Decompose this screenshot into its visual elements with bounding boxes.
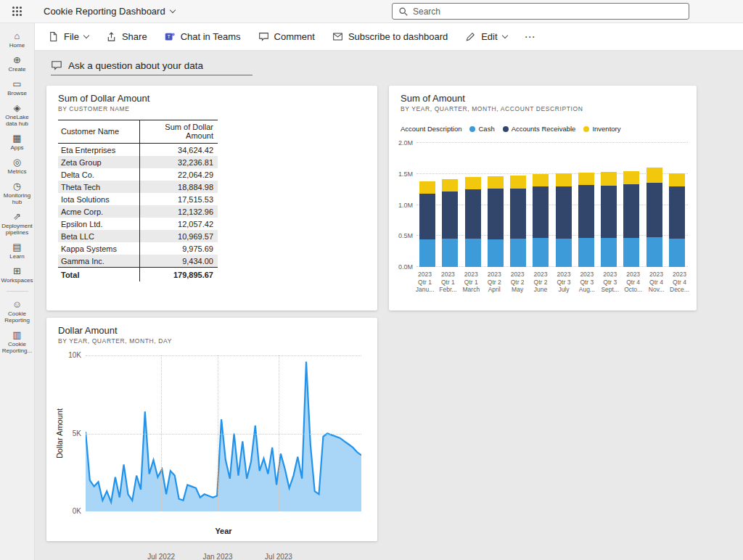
table-row[interactable]: Theta Tech18,884.98 bbox=[58, 181, 218, 193]
legend-item-cash[interactable]: Cash bbox=[469, 125, 494, 133]
bar-May[interactable] bbox=[510, 176, 526, 267]
bar-segment-cash[interactable] bbox=[578, 238, 594, 267]
bar-Dece...[interactable] bbox=[669, 173, 685, 267]
bar-segment-inventory[interactable] bbox=[669, 173, 685, 186]
sidebar-item-report-cookie[interactable]: ▥Cookie Reporting... bbox=[1, 329, 34, 354]
sidebar-item-home[interactable]: ⌂Home bbox=[1, 30, 34, 49]
bar-segment-accounts-receivable[interactable] bbox=[623, 184, 639, 238]
chat-in-teams-button[interactable]: T Chat in Teams bbox=[165, 31, 241, 42]
table-row[interactable]: Epsilon Ltd.12,057.42 bbox=[58, 218, 218, 230]
edit-menu-button[interactable]: Edit bbox=[465, 31, 506, 42]
sidebar-item-label: Create bbox=[1, 66, 33, 73]
column-header-customer[interactable]: Customer Name bbox=[58, 120, 139, 144]
bar-segment-accounts-receivable[interactable] bbox=[646, 183, 662, 237]
bar-June[interactable] bbox=[533, 174, 549, 267]
bar-Aug...[interactable] bbox=[578, 173, 594, 267]
sidebar-item-metrics[interactable]: ◎Metrics bbox=[1, 157, 34, 175]
bar-segment-cash[interactable] bbox=[556, 239, 572, 267]
bar-segment-inventory[interactable] bbox=[488, 176, 504, 189]
bar-segment-inventory[interactable] bbox=[623, 171, 639, 185]
sidebar-item-label: Monitoring hub bbox=[1, 192, 33, 205]
sidebar-item-onelake[interactable]: ◈OneLake data hub bbox=[1, 102, 34, 127]
dashboard-toolbar: File Share T Chat in Teams Comment Subsc… bbox=[35, 23, 743, 51]
sidebar-item-workspace-cookie[interactable]: ☺Cookie Reporting bbox=[1, 299, 34, 324]
bar-Febr...[interactable] bbox=[442, 179, 458, 267]
table-visual-card: Sum of Dollar Amount BY CUSTOMER NAME Cu… bbox=[46, 86, 377, 310]
bar-segment-cash[interactable] bbox=[601, 238, 617, 267]
bar-segment-accounts-receivable[interactable] bbox=[556, 186, 572, 239]
bar-segment-accounts-receivable[interactable] bbox=[578, 185, 594, 238]
bar-Sept...[interactable] bbox=[601, 172, 617, 267]
bar-segment-accounts-receivable[interactable] bbox=[533, 186, 549, 238]
qna-input[interactable] bbox=[68, 60, 253, 71]
x-axis-tick-label: 2023Qtr 3Aug... bbox=[575, 271, 598, 294]
table-row[interactable]: Zeta Group32,236.81 bbox=[58, 156, 218, 168]
bar-segment-cash[interactable] bbox=[510, 239, 526, 267]
bar-segment-cash[interactable] bbox=[646, 237, 662, 267]
sidebar-item-pipelines[interactable]: ⇗Deployment pipelines bbox=[1, 211, 34, 236]
bar-segment-accounts-receivable[interactable] bbox=[488, 189, 504, 239]
bar-segment-accounts-receivable[interactable] bbox=[419, 194, 435, 239]
bar-Janu...[interactable] bbox=[419, 181, 435, 267]
bar-segment-inventory[interactable] bbox=[601, 172, 617, 186]
bar-segment-inventory[interactable] bbox=[510, 176, 526, 189]
more-options-button[interactable]: ⋯ bbox=[525, 30, 536, 44]
table-row[interactable]: Gamma Inc.9,434.00 bbox=[58, 255, 218, 268]
table-row[interactable]: Acme Corp.12,132.96 bbox=[58, 205, 218, 218]
table-row[interactable]: Delta Co.22,064.29 bbox=[58, 168, 218, 181]
search-input[interactable] bbox=[413, 7, 683, 17]
bar-segment-accounts-receivable[interactable] bbox=[442, 192, 458, 239]
comment-button[interactable]: Comment bbox=[258, 31, 315, 42]
x-axis-tick-label: Jul 2023 bbox=[265, 553, 292, 560]
table-row[interactable]: Eta Enterprises34,624.42 bbox=[58, 144, 218, 157]
table-body: Eta Enterprises34,624.42Zeta Group32,236… bbox=[58, 144, 218, 268]
file-menu-button[interactable]: File bbox=[48, 31, 89, 42]
bar-segment-inventory[interactable] bbox=[419, 181, 435, 194]
bar-segment-accounts-receivable[interactable] bbox=[510, 189, 526, 238]
sidebar-item-apps[interactable]: ▦Apps bbox=[1, 133, 34, 151]
table-row[interactable]: Iota Solutions17,515.53 bbox=[58, 193, 218, 205]
sidebar-item-monitoring[interactable]: ◷Monitoring hub bbox=[1, 181, 34, 205]
bar-segment-accounts-receivable[interactable] bbox=[669, 186, 685, 239]
share-button[interactable]: Share bbox=[106, 31, 147, 42]
bar-segment-cash[interactable] bbox=[533, 238, 549, 267]
bar-Octo...[interactable] bbox=[623, 171, 639, 267]
cell-customer-name: Epsilon Ltd. bbox=[58, 218, 139, 230]
sidebar-item-create[interactable]: ⊕Create bbox=[1, 54, 34, 73]
bar-segment-inventory[interactable] bbox=[556, 173, 572, 186]
app-launcher-button[interactable] bbox=[0, 7, 35, 16]
bar-segment-inventory[interactable] bbox=[533, 174, 549, 186]
table-row[interactable]: Kappa Systems9,975.69 bbox=[58, 242, 218, 255]
bar-segment-cash[interactable] bbox=[465, 239, 481, 267]
bar-segment-cash[interactable] bbox=[488, 239, 504, 267]
sidebar-item-learn[interactable]: ▤Learn bbox=[1, 242, 34, 260]
y-axis-tick-label: 0.0M bbox=[392, 263, 413, 271]
sidebar-item-workspaces[interactable]: ⊞Workspaces bbox=[1, 265, 34, 284]
sidebar-item-browse[interactable]: ▭Browse bbox=[1, 78, 34, 96]
subscribe-icon bbox=[332, 31, 343, 42]
bar-segment-cash[interactable] bbox=[669, 239, 685, 267]
bar-segment-cash[interactable] bbox=[623, 238, 639, 267]
dashboard-title-menu[interactable]: Cookie Reporting Dashboard bbox=[44, 6, 175, 17]
bar-legend: Account Description CashAccounts Receiva… bbox=[401, 125, 620, 133]
bar-segment-cash[interactable] bbox=[419, 239, 435, 267]
bar-segment-inventory[interactable] bbox=[578, 173, 594, 185]
bar-segment-inventory[interactable] bbox=[465, 177, 481, 189]
subscribe-button[interactable]: Subscribe to dashboard bbox=[332, 31, 448, 42]
column-header-amount[interactable]: Sum of Dollar Amount bbox=[139, 120, 218, 144]
bar-segment-accounts-receivable[interactable] bbox=[465, 189, 481, 239]
bar-segment-accounts-receivable[interactable] bbox=[601, 186, 617, 238]
legend-item-accounts-receivable[interactable]: Accounts Receivable bbox=[503, 125, 576, 133]
bar-segment-inventory[interactable] bbox=[442, 179, 458, 192]
bar-March[interactable] bbox=[465, 177, 481, 267]
table-row[interactable]: Beta LLC10,969.57 bbox=[58, 230, 218, 242]
legend-item-inventory[interactable]: Inventory bbox=[583, 125, 620, 133]
bar-Nov...[interactable] bbox=[646, 168, 662, 267]
cell-customer-name: Eta Enterprises bbox=[58, 144, 139, 157]
bar-April[interactable] bbox=[488, 176, 504, 267]
visual-title: Sum of Amount bbox=[401, 93, 697, 104]
bar-July[interactable] bbox=[556, 173, 572, 267]
top-bar: Cookie Reporting Dashboard bbox=[0, 0, 743, 23]
bar-segment-inventory[interactable] bbox=[646, 168, 662, 183]
bar-segment-cash[interactable] bbox=[442, 239, 458, 267]
